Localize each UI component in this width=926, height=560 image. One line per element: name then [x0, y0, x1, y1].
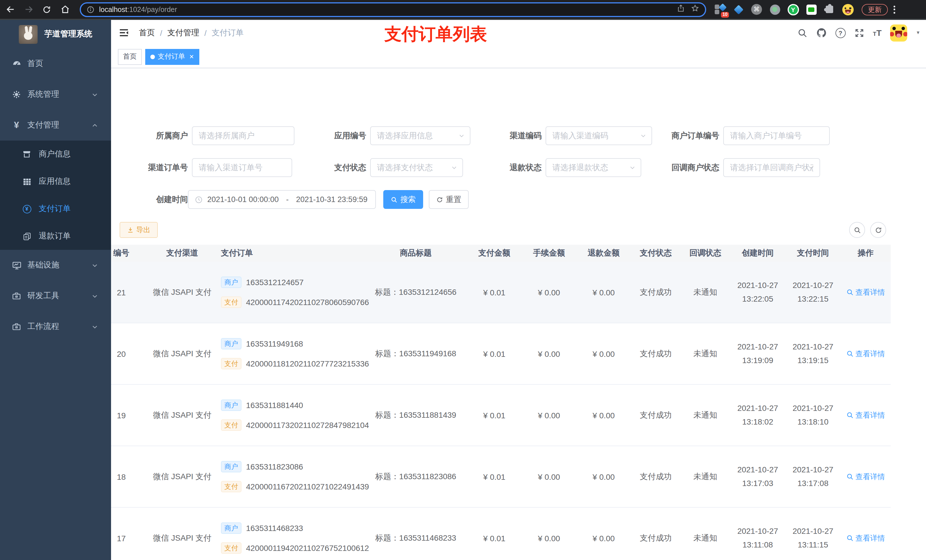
cell-channel: 微信 JSAPI 支付 [148, 385, 216, 445]
notify-status-select[interactable]: 请选择订单回调商户状态 [723, 158, 820, 177]
screen: localhost:1024/pay/order 10 ⌘ Y 更新 [0, 0, 926, 560]
view-detail-link[interactable]: 查看详情 [846, 349, 885, 359]
browser-home-button[interactable] [57, 2, 73, 17]
cell-id: 20 [111, 323, 148, 384]
cell-actions: 查看详情 [841, 508, 891, 560]
search-icon[interactable] [797, 27, 808, 38]
browser-back-button[interactable] [2, 2, 18, 17]
logo[interactable]: 芋道管理系统 [0, 20, 111, 48]
sidebar-item-app-info[interactable]: 应用信息 [0, 168, 111, 195]
cell-pay-status: 支付成功 [631, 508, 681, 560]
cell-created-time: 2021-10-2713:18:02 [730, 385, 785, 445]
refund-doc-icon [22, 232, 32, 240]
cell-notify-status: 未通知 [681, 262, 730, 323]
extension-command-icon[interactable]: ⌘ [750, 3, 763, 15]
table-row[interactable]: 20 微信 JSAPI 支付 商户1635311949168 支付4200001… [111, 323, 891, 385]
create-time-range-input[interactable]: 2021-10-01 00:00:00 - 2021-10-31 23:59:5… [188, 190, 376, 209]
channel-order-no-input[interactable]: 请输入渠道订单号 [192, 158, 292, 177]
sidebar-item-merchant-info[interactable]: 商户信息 [0, 140, 111, 168]
merchant-order-no-input[interactable]: 请输入商户订单编号 [723, 126, 830, 145]
payment-submenu: 商户信息 应用信息 ¥ 支付订单 退款订单 [0, 140, 111, 250]
site-info-icon[interactable] [86, 5, 95, 14]
cell-created-time: 2021-10-2713:17:03 [730, 446, 785, 507]
table-row[interactable]: 19 微信 JSAPI 支付 商户1635311881440 支付4200001… [111, 385, 891, 446]
share-icon[interactable] [676, 4, 685, 15]
extensions-puzzle-icon[interactable] [823, 3, 835, 15]
browser-menu-icon[interactable] [894, 5, 895, 14]
browser-update-button[interactable]: 更新 [862, 4, 888, 15]
cell-refund: ¥ 0.00 [576, 508, 631, 560]
extension-kite-icon[interactable] [732, 3, 744, 15]
gear-icon [11, 90, 22, 99]
download-icon [127, 226, 134, 233]
breadcrumb-home[interactable]: 首页 [139, 27, 155, 38]
channel-code-select[interactable]: 请输入渠道编码 [546, 126, 652, 145]
profile-emoji-icon[interactable] [842, 3, 854, 15]
sidebar-item-refund-order[interactable]: 退款订单 [0, 222, 111, 250]
sidebar-item-infrastructure[interactable]: 基础设施 [0, 250, 111, 281]
url-text: localhost:1024/pay/order [99, 5, 671, 14]
sidebar-item-dev-tools[interactable]: 研发工具 [0, 281, 111, 311]
pay-order-icon: ¥ [22, 205, 32, 213]
cell-pay-status: 支付成功 [631, 262, 681, 323]
clock-icon [195, 195, 203, 204]
sidebar-item-home[interactable]: 首页 [0, 48, 111, 79]
table-row[interactable]: 18 微信 JSAPI 支付 商户1635311823086 支付4200001… [111, 446, 891, 508]
view-detail-link[interactable]: 查看详情 [846, 471, 885, 482]
tab-home[interactable]: 首页 [118, 49, 142, 65]
search-button[interactable]: 搜索 [383, 190, 423, 209]
view-detail-link[interactable]: 查看详情 [846, 533, 885, 543]
sidebar-item-workflow[interactable]: 工作流程 [0, 311, 111, 342]
browser-reload-button[interactable] [39, 2, 54, 17]
view-detail-link[interactable]: 查看详情 [846, 410, 885, 420]
export-button[interactable]: 导出 [120, 222, 158, 238]
cell-pay-status: 支付成功 [631, 323, 681, 384]
sidebar-item-pay-order[interactable]: ¥ 支付订单 [0, 195, 111, 222]
font-size-icon[interactable]: TT [873, 28, 882, 38]
cell-paid-time: 2021-10-2713:18:10 [785, 385, 841, 445]
merchant-tag: 商户 [221, 522, 242, 534]
fullscreen-icon[interactable] [854, 27, 864, 38]
cell-created-time: 2021-10-2713:19:09 [730, 323, 785, 384]
merchant-input[interactable]: 请选择所属商户 [192, 126, 294, 145]
cell-amount: ¥ 0.01 [467, 446, 522, 507]
app-select[interactable]: 请选择应用信息 [370, 126, 471, 145]
pay-status-select[interactable]: 请选择支付状态 [370, 158, 463, 177]
monitor-icon [11, 260, 22, 270]
extension-grid-icon[interactable]: 10 [714, 3, 726, 15]
address-bar[interactable]: localhost:1024/pay/order [80, 2, 706, 17]
refund-status-select[interactable]: 请选择退款状态 [546, 158, 641, 177]
breadcrumb-payment[interactable]: 支付管理 [168, 27, 199, 38]
tags-view-bar: 首页 支付订单 [111, 45, 926, 68]
close-icon[interactable] [189, 54, 194, 59]
sidebar-item-system[interactable]: 系统管理 [0, 79, 111, 110]
cell-pay-status: 支付成功 [631, 385, 681, 445]
extension-chat-icon[interactable] [805, 3, 817, 15]
filter-label-refund-status: 退款状态 [465, 158, 542, 177]
extension-y-icon[interactable]: Y [787, 3, 799, 15]
sidebar-fold-icon[interactable] [118, 27, 129, 38]
bookmark-star-icon[interactable] [691, 4, 699, 15]
table-row[interactable]: 17 微信 JSAPI 支付 商户1635311468233 支付4200001… [111, 508, 891, 560]
sidebar-item-payment[interactable]: ¥ 支付管理 [0, 110, 111, 140]
toggle-search-button[interactable] [849, 222, 865, 238]
cell-channel: 微信 JSAPI 支付 [148, 323, 216, 384]
reset-button[interactable]: 重置 [429, 190, 469, 209]
refresh-table-button[interactable] [870, 222, 886, 238]
user-menu-caret-icon[interactable]: ▼ [916, 30, 920, 35]
tab-pay-order[interactable]: 支付订单 [145, 49, 199, 65]
table-row[interactable]: 21 微信 JSAPI 支付 商户1635312124657 支付4200001… [111, 262, 891, 323]
cell-order-no: 商户1635311881440 支付4200001173202110272847… [216, 385, 365, 445]
pay-tag: 支付 [221, 481, 242, 492]
cell-paid-time: 2021-10-2713:22:15 [785, 262, 841, 323]
user-avatar[interactable] [890, 24, 907, 41]
github-icon[interactable] [816, 27, 827, 38]
browser-forward-button[interactable] [21, 2, 36, 17]
view-detail-link[interactable]: 查看详情 [846, 287, 885, 297]
cell-fee: ¥ 0.00 [522, 385, 576, 445]
extension-dot-icon[interactable] [769, 3, 781, 15]
help-icon[interactable]: ? [835, 27, 846, 38]
cell-notify-status: 未通知 [681, 508, 730, 560]
active-tab-dot [150, 54, 155, 59]
briefcase-icon [11, 291, 22, 300]
